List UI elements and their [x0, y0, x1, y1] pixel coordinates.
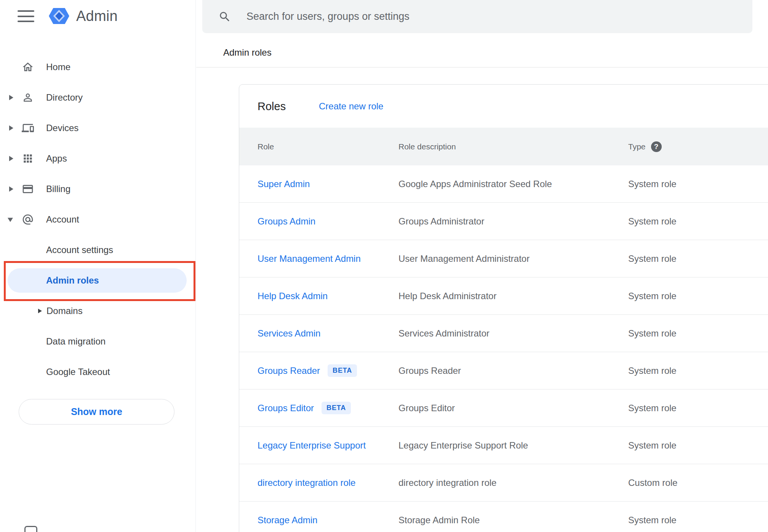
sidebar-item-label: Directory [46, 92, 83, 103]
role-description: User Management Administrator [398, 253, 628, 264]
role-description: Legacy Enterprise Support Role [398, 440, 628, 451]
sidebar-item-home[interactable]: Home [0, 52, 195, 82]
role-link[interactable]: directory integration role [258, 478, 355, 488]
sidebar-item-label: Domains [46, 306, 83, 316]
header-divider [196, 67, 768, 67]
chevron-right-icon [38, 309, 42, 313]
role-type: System role [628, 403, 768, 413]
chevron-right-icon [9, 156, 13, 161]
billing-card-icon [22, 183, 34, 195]
role-type: System role [628, 328, 768, 339]
app-logo: Admin [48, 5, 118, 27]
sidebar-item-google-takeout[interactable]: Google Takeout [0, 357, 195, 387]
roles-card: Roles Create new role Role Role descript… [239, 84, 768, 532]
beta-badge: BETA [322, 402, 351, 414]
role-type: System role [628, 440, 768, 451]
search-icon [218, 10, 231, 23]
sidebar-item-billing[interactable]: Billing [0, 174, 195, 204]
table-header-row: Role Role description Type ? [239, 128, 768, 165]
role-link[interactable]: Super Admin [258, 179, 310, 189]
table-row: Services Admin Services Administrator Sy… [239, 315, 768, 352]
sidebar-item-label: Admin roles [46, 275, 99, 286]
role-description: Services Administrator [398, 328, 628, 339]
sidebar-item-label: Account [46, 214, 79, 225]
role-description: Groups Administrator [398, 216, 628, 227]
role-link[interactable]: Storage Admin [258, 515, 317, 526]
create-new-role-link[interactable]: Create new role [319, 101, 383, 112]
at-sign-icon [22, 213, 34, 226]
table-row: Groups Reader BETA Groups Reader System … [239, 352, 768, 389]
roles-title: Roles [258, 100, 286, 112]
role-link[interactable]: Legacy Enterprise Support [258, 440, 366, 451]
role-link[interactable]: Help Desk Admin [258, 291, 328, 301]
table-row: Legacy Enterprise Support Legacy Enterpr… [239, 427, 768, 464]
role-type: System role [628, 515, 768, 526]
sidebar-item-domains[interactable]: Domains [0, 296, 195, 326]
home-icon [22, 61, 34, 73]
role-type: System role [628, 365, 768, 376]
sidebar-item-account[interactable]: Account [0, 204, 195, 235]
role-type: System role [628, 291, 768, 301]
table-row: Groups Admin Groups Administrator System… [239, 203, 768, 240]
role-link[interactable]: Groups Reader [258, 365, 320, 376]
help-icon[interactable]: ? [651, 141, 662, 152]
sidebar-item-label: Data migration [46, 336, 106, 347]
menu-icon[interactable] [18, 10, 34, 22]
table-row: directory integration role directory int… [239, 464, 768, 502]
admin-hexagon-icon [48, 5, 70, 27]
sidebar-item-label: Devices [46, 123, 78, 133]
sidebar-item-label: Account settings [46, 245, 113, 255]
search-input[interactable] [246, 11, 752, 22]
show-more-button[interactable]: Show more [19, 399, 174, 425]
role-description: Groups Editor [398, 403, 628, 413]
chevron-right-icon [9, 186, 13, 192]
beta-badge: BETA [328, 364, 357, 377]
role-type: System role [628, 253, 768, 264]
sidebar-item-label: Home [46, 62, 70, 72]
roles-card-header: Roles Create new role [239, 85, 768, 128]
sidebar-item-directory[interactable]: Directory [0, 82, 195, 113]
sidebar-item-account-settings[interactable]: Account settings [0, 235, 195, 265]
sidebar-header: Admin [0, 0, 195, 34]
person-icon [22, 91, 34, 104]
sidebar-item-devices[interactable]: Devices [0, 113, 195, 143]
sidebar-item-admin-roles[interactable]: Admin roles [0, 265, 195, 296]
sidebar-item-label: Apps [46, 153, 67, 164]
search-bar [202, 0, 752, 33]
role-description: Google Apps Administrator Seed Role [398, 179, 628, 189]
sidebar-nav: Home Directory Devices Apps [0, 52, 195, 387]
breadcrumb: Admin roles [223, 47, 272, 58]
sidebar-item-label: Google Takeout [46, 367, 110, 377]
column-header-role: Role [258, 142, 398, 151]
role-description: Groups Reader [398, 365, 628, 376]
role-link[interactable]: Groups Editor [258, 403, 314, 413]
bottom-cutoff-icon [24, 526, 37, 532]
role-link[interactable]: User Management Admin [258, 253, 361, 264]
chevron-right-icon [9, 95, 13, 100]
role-description: Help Desk Administrator [398, 291, 628, 301]
column-header-description: Role description [398, 142, 628, 151]
table-row: User Management Admin User Management Ad… [239, 240, 768, 277]
table-row: Groups Editor BETA Groups Editor System … [239, 389, 768, 427]
devices-icon [22, 122, 34, 134]
app-logo-text: Admin [76, 8, 118, 24]
role-type: System role [628, 216, 768, 227]
role-type: System role [628, 179, 768, 189]
table-row: Super Admin Google Apps Administrator Se… [239, 165, 768, 203]
sidebar-item-data-migration[interactable]: Data migration [0, 326, 195, 357]
column-header-type: Type [628, 142, 646, 151]
sidebar: Admin Home Directory Devices [0, 0, 196, 532]
role-link[interactable]: Groups Admin [258, 216, 315, 227]
sidebar-item-label: Billing [46, 184, 70, 194]
sidebar-item-apps[interactable]: Apps [0, 143, 195, 174]
role-type: Custom role [628, 478, 768, 488]
role-link[interactable]: Services Admin [258, 328, 320, 339]
role-description: Storage Admin Role [398, 515, 628, 526]
chevron-right-icon [9, 125, 13, 131]
apps-grid-icon [22, 152, 34, 165]
table-row: Help Desk Admin Help Desk Administrator … [239, 277, 768, 315]
chevron-down-icon [8, 218, 13, 222]
role-description: directory integration role [398, 478, 628, 488]
table-row: Storage Admin Storage Admin Role System … [239, 502, 768, 532]
